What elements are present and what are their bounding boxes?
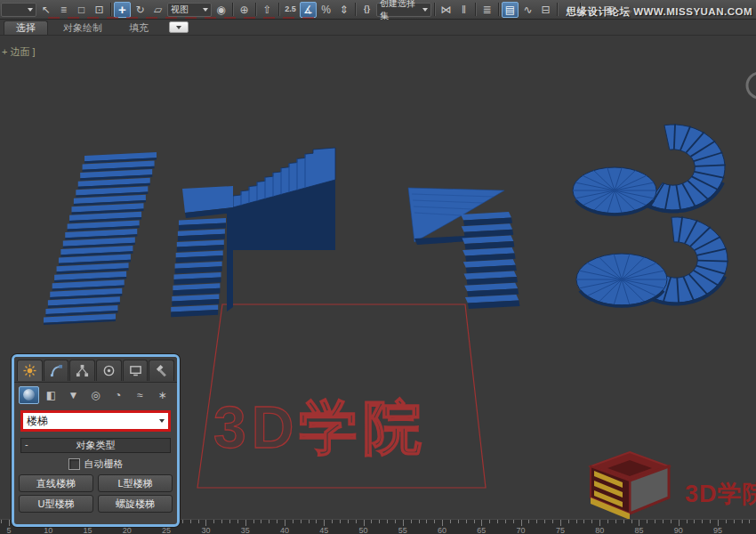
select-and-scale-icon[interactable]: ▱ xyxy=(149,2,166,18)
chevron-down-icon xyxy=(203,8,208,12)
ribbon-tab-bar: 选择对象绘制填充 xyxy=(0,20,756,36)
timeline-tick xyxy=(544,520,545,523)
named-selection-set-dropdown-label: 创建选择集 xyxy=(380,0,422,22)
timeline-tick xyxy=(434,520,435,523)
category-helpers[interactable]: ◔ xyxy=(108,386,128,404)
reference-coordinate-dropdown[interactable]: 视图 xyxy=(167,3,212,17)
timeline-tick xyxy=(395,520,396,523)
straight-stair-button[interactable]: 直线楼梯 xyxy=(19,474,93,492)
rectangular-selection-region-icon[interactable]: □ xyxy=(73,2,90,18)
timeline-tick xyxy=(702,520,703,523)
timeline-tick xyxy=(356,520,357,523)
u-type-stair-button[interactable]: U型楼梯 xyxy=(19,495,93,513)
viewcube-partial-icon[interactable] xyxy=(747,73,756,98)
toolbar-separator xyxy=(498,3,499,16)
layer-manager-icon[interactable]: ≣ xyxy=(479,2,495,18)
select-by-name-icon[interactable]: ≡ xyxy=(55,2,72,18)
snap-toggle-2-5-icon[interactable]: 2.5 xyxy=(282,2,299,18)
spiral-stair-button[interactable]: 螺旋楼梯 xyxy=(98,495,173,513)
category-shapes[interactable]: ◧ xyxy=(41,386,61,404)
category-lights[interactable]: ▼ xyxy=(63,386,84,404)
graphite-ribbon-toggle-icon[interactable]: ▤ xyxy=(502,2,519,18)
viewport-shading-label[interactable]: + 边面 ] xyxy=(2,45,36,59)
timeline-tick xyxy=(623,520,624,523)
align-icon[interactable]: ‖ xyxy=(455,2,472,18)
timeline-tick xyxy=(647,520,647,523)
motion-icon xyxy=(102,364,116,377)
l-type-stair[interactable] xyxy=(171,148,335,317)
category-cameras[interactable]: ◎ xyxy=(85,386,106,404)
named-selection-set-dropdown[interactable]: 创建选择集 xyxy=(376,3,431,17)
l-type-stair-button[interactable]: L型楼梯 xyxy=(98,474,173,492)
command-panel-tabs xyxy=(14,357,177,383)
timeline-tick xyxy=(639,520,639,526)
timeline-frame-label: 55 xyxy=(394,526,412,534)
window-crossing-toggle-icon[interactable]: ⊡ xyxy=(91,2,108,18)
timeline-tick xyxy=(316,520,317,523)
select-and-manipulate-icon[interactable]: ⊕ xyxy=(236,2,253,18)
center-watermark-text: 3D学院 xyxy=(213,388,489,468)
selection-filter-dropdown[interactable] xyxy=(1,3,36,17)
autogrid-row: 自动栅格 xyxy=(14,457,177,471)
timeline-tick xyxy=(458,520,459,523)
object-type-rollout-header[interactable]: - 对象类型 xyxy=(20,438,171,453)
timeline-frame-label: 40 xyxy=(276,526,294,534)
timeline-tick xyxy=(734,520,735,523)
timeline-frame-label: 50 xyxy=(355,526,373,534)
rollout-collapse-icon[interactable]: - xyxy=(25,439,28,449)
category-space-warps[interactable]: ≈ xyxy=(130,386,150,404)
ribbon-minimize-button[interactable] xyxy=(169,21,189,33)
spiral-stair[interactable] xyxy=(573,124,728,306)
angle-snap-icon[interactable]: ∡ xyxy=(300,2,317,18)
timeline-tick xyxy=(442,520,443,526)
panel-tab-modify[interactable] xyxy=(44,360,69,381)
hierarchy-icon xyxy=(76,364,89,377)
timeline-frame-label: 85 xyxy=(630,526,647,534)
ribbon-tab-填充[interactable]: 填充 xyxy=(117,20,160,35)
panel-tab-create[interactable] xyxy=(17,360,43,381)
panel-tab-display[interactable] xyxy=(123,360,149,381)
timeline-tick xyxy=(340,520,341,523)
edit-named-selection-icon[interactable]: {} xyxy=(358,2,375,18)
category-systems[interactable]: ∗ xyxy=(152,386,173,404)
timeline-tick xyxy=(245,520,246,526)
u-type-stair[interactable] xyxy=(408,188,519,309)
timeline-tick xyxy=(687,520,688,523)
stair-type-buttons: 直线楼梯L型楼梯U型楼梯螺旋楼梯 xyxy=(14,474,177,513)
mirror-icon[interactable]: ⋈ xyxy=(438,2,454,18)
category-dropdown[interactable]: 楼梯 xyxy=(20,410,171,432)
select-and-rotate-icon[interactable]: ↻ xyxy=(132,2,149,18)
timeline-frame-label: 45 xyxy=(315,526,333,534)
timeline-tick xyxy=(221,520,222,523)
command-panel: ◧▼◎◔≈∗ 楼梯 - 对象类型 自动栅格 直线楼梯L型楼梯U型楼梯螺旋楼梯 xyxy=(12,354,180,527)
timeline-tick xyxy=(679,520,680,526)
toolbar-separator xyxy=(355,3,356,16)
keyboard-override-icon[interactable]: ⇧ xyxy=(259,2,276,18)
ribbon-tab-对象绘制[interactable]: 对象绘制 xyxy=(52,20,114,35)
category-geometry[interactable] xyxy=(19,386,39,404)
timeline-frame-label: 60 xyxy=(433,526,451,534)
timeline-tick xyxy=(285,520,286,526)
select-and-move-icon[interactable]: + xyxy=(114,2,131,18)
timeline-tick xyxy=(411,520,412,523)
utilities-icon xyxy=(155,364,168,377)
panel-tab-hierarchy[interactable] xyxy=(69,360,95,381)
timeline-tick xyxy=(599,520,600,526)
spinner-snap-icon[interactable]: ⇕ xyxy=(335,2,352,18)
timeline-frame-label: 95 xyxy=(709,526,727,534)
panel-tab-motion[interactable] xyxy=(96,360,122,381)
curve-editor-icon[interactable]: ∿ xyxy=(519,2,536,18)
straight-stair[interactable] xyxy=(44,152,157,325)
panel-tab-utilities[interactable] xyxy=(149,360,174,381)
ribbon-tab-选择[interactable]: 选择 xyxy=(4,20,48,35)
select-object-icon[interactable]: ↖ xyxy=(37,2,54,18)
display-icon xyxy=(129,364,142,377)
reference-coordinate-dropdown-label: 视图 xyxy=(171,4,189,16)
timeline-tick xyxy=(631,520,632,523)
timeline-tick xyxy=(710,520,711,523)
autogrid-checkbox[interactable] xyxy=(68,458,80,470)
use-pivot-center-icon[interactable]: ◉ xyxy=(213,2,229,18)
percent-snap-icon[interactable]: % xyxy=(318,2,334,18)
category-dropdown-value: 楼梯 xyxy=(27,414,48,429)
schematic-view-icon[interactable]: ⊟ xyxy=(537,2,554,18)
